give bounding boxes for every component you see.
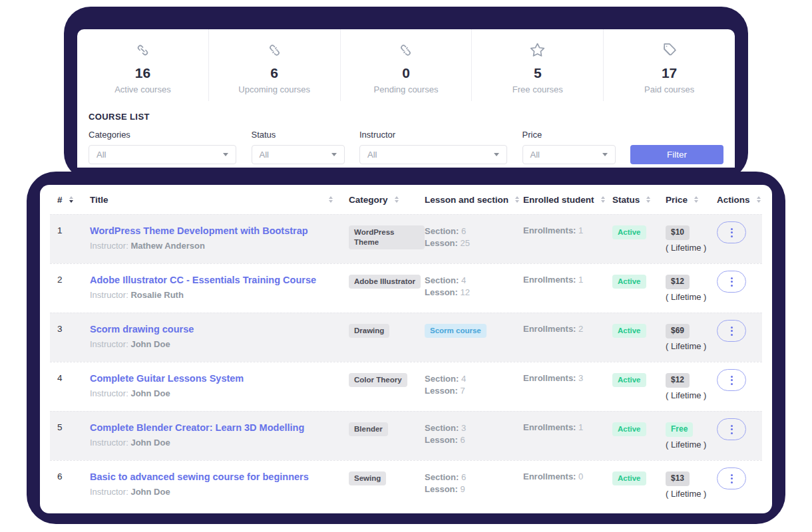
sort-icon <box>646 196 650 203</box>
actions-cell <box>717 362 762 411</box>
course-title-link[interactable]: Scorm drawing course <box>90 324 194 335</box>
filter-button[interactable]: Filter <box>630 145 723 164</box>
table-row: 4 Complete Guitar Lessons System Instruc… <box>50 362 762 411</box>
row-actions-button[interactable] <box>717 418 746 440</box>
stat-label: Upcoming courses <box>238 84 310 94</box>
price-duration: ( Lifetime ) <box>666 243 717 253</box>
filter-price: Price All <box>522 130 616 164</box>
category-badge: Sewing <box>349 471 386 485</box>
categories-select[interactable]: All <box>89 145 236 164</box>
instructor-select[interactable]: All <box>359 145 507 164</box>
select-value: All <box>260 150 269 160</box>
header-price[interactable]: Price <box>666 195 717 205</box>
actions-cell <box>717 461 762 509</box>
status-cell: Active <box>612 412 666 460</box>
course-title-link[interactable]: Complete Guitar Lessons System <box>90 373 244 384</box>
header-title[interactable]: Title <box>90 195 349 205</box>
enrolled-cell: Enrollments: 1 <box>523 215 612 263</box>
price-duration: ( Lifetime ) <box>666 341 717 352</box>
select-value: All <box>530 150 540 160</box>
lesson-section-cell: Section: 6 Lesson: 9 <box>425 461 523 509</box>
course-title-link[interactable]: Complete Blender Creator: Learn 3D Model… <box>90 422 304 434</box>
enrolled-cell: Enrollments: 1 <box>523 264 612 313</box>
enrollment-count: 2 <box>578 324 583 334</box>
status-cell: Active <box>612 362 666 411</box>
course-title-link[interactable]: Adobe Illustrator CC - Essentials Traini… <box>90 275 316 286</box>
stat-active-courses: 16 Active courses <box>77 29 209 101</box>
enrolled-cell: Enrollments: 2 <box>523 313 612 362</box>
status-badge: Active <box>612 422 646 436</box>
filter-bar: Categories All Status All Instructor All <box>89 122 723 164</box>
actions-cell <box>717 215 762 263</box>
table-row: 5 Complete Blender Creator: Learn 3D Mod… <box>50 411 762 460</box>
sort-icon <box>69 196 73 203</box>
header-enrolled-student[interactable]: Enrolled student <box>523 195 612 205</box>
filter-status: Status All <box>252 130 345 164</box>
row-index: 1 <box>57 215 90 263</box>
chevron-down-icon <box>494 153 499 156</box>
category-badge: WordPress Theme <box>349 225 425 249</box>
row-actions-button[interactable] <box>717 271 746 293</box>
price-badge: $13 <box>666 471 690 486</box>
row-actions-button[interactable] <box>717 320 746 342</box>
stat-paid-courses: 17 Paid courses <box>604 29 735 101</box>
table-row: 3 Scorm drawing course Instructor: John … <box>50 313 762 362</box>
price-select[interactable]: All <box>522 145 616 164</box>
course-title-link[interactable]: WordPress Theme Development with Bootstr… <box>90 225 308 237</box>
course-title-link[interactable]: Basic to advanced sewing course for begi… <box>90 471 309 483</box>
stat-label: Paid courses <box>644 84 694 94</box>
enrollment-count: 3 <box>578 373 583 383</box>
title-cell: Scorm drawing course Instructor: John Do… <box>90 313 349 362</box>
status-badge: Active <box>612 373 646 387</box>
category-cell: Sewing <box>349 461 425 509</box>
lesson-count: 12 <box>460 287 469 297</box>
table-row: 2 Adobe Illustrator CC - Essentials Trai… <box>50 263 762 313</box>
lesson-section-cell: Scorm course <box>425 313 523 362</box>
stat-value: 16 <box>135 66 150 80</box>
status-badge: Active <box>612 324 646 338</box>
category-badge: Drawing <box>349 324 389 338</box>
header-actions[interactable]: Actions <box>717 195 762 205</box>
section-count: 3 <box>461 423 466 433</box>
price-cell: $12 ( Lifetime ) <box>666 362 717 411</box>
table-row: 1 WordPress Theme Development with Boots… <box>50 214 762 263</box>
instructor-line: Instructor: John Doe <box>90 487 349 497</box>
price-cell: $69 ( Lifetime ) <box>666 313 717 362</box>
chevron-down-icon <box>602 153 608 156</box>
enrollment-count: 1 <box>578 275 583 285</box>
broken-link-icon <box>397 42 414 61</box>
instructor-name: John Doe <box>130 339 170 349</box>
chain-link-icon <box>134 42 151 61</box>
row-actions-button[interactable] <box>717 221 746 243</box>
lesson-section-cell: Section: 4 Lesson: 12 <box>425 264 523 313</box>
status-badge: Active <box>612 225 646 239</box>
enrolled-cell: Enrollments: 3 <box>523 362 612 411</box>
row-actions-button[interactable] <box>717 467 746 489</box>
instructor-line: Instructor: John Doe <box>90 339 349 349</box>
price-badge: $69 <box>666 324 690 338</box>
stats-row: 16 Active courses 6 Upcoming courses 0 P… <box>77 29 735 101</box>
status-badge: Active <box>612 471 646 485</box>
status-cell: Active <box>612 313 666 362</box>
category-cell: Adobe Illustrator <box>349 264 425 313</box>
header-lesson-section[interactable]: Lesson and section <box>425 195 523 205</box>
filter-label: Price <box>522 130 616 140</box>
status-cell: Active <box>612 264 666 313</box>
row-index: 6 <box>57 461 90 509</box>
select-value: All <box>367 150 377 160</box>
price-cell: $10 ( Lifetime ) <box>666 215 717 263</box>
header-category[interactable]: Category <box>349 195 425 205</box>
instructor-line: Instructor: Mathew Anderson <box>90 241 349 251</box>
stat-label: Free courses <box>512 84 563 94</box>
header-status[interactable]: Status <box>612 195 666 205</box>
filter-categories: Categories All <box>89 130 236 164</box>
instructor-name: John Doe <box>130 438 170 448</box>
lesson-section-cell: Section: 4 Lesson: 7 <box>425 362 523 411</box>
row-actions-button[interactable] <box>717 369 746 391</box>
filter-label: Categories <box>89 130 236 140</box>
header-index[interactable]: # <box>57 195 90 205</box>
category-cell: Blender <box>349 412 425 460</box>
price-duration: ( Lifetime ) <box>666 489 717 499</box>
sort-icon <box>329 196 333 203</box>
status-select[interactable]: All <box>252 145 345 164</box>
